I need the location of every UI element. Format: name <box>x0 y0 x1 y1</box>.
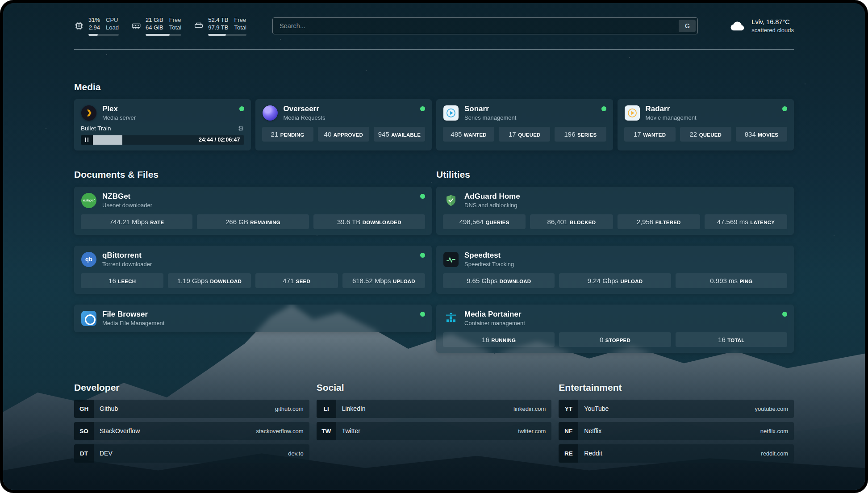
plex-subtitle: Media server <box>102 114 136 121</box>
disk-total-label: Total <box>234 24 246 32</box>
bookmark-name: StackOverflow <box>100 427 140 435</box>
stat-label: RATE <box>150 220 164 225</box>
stat-series: 196 SERIES <box>555 127 606 142</box>
stat-movies: 834 MOVIES <box>736 127 787 142</box>
disk-total-value: 97.9 TB <box>208 24 228 32</box>
filebrowser-card[interactable]: File Browser Media File Management <box>74 305 432 332</box>
cpu-load-average: 2.94 <box>89 24 100 32</box>
stat-label: FILTERED <box>655 220 681 225</box>
stat-value: 498,564 <box>459 218 484 226</box>
settings-gear-icon[interactable]: ⚙ <box>238 125 244 132</box>
playback-progress-track[interactable]: 24:44 / 02:06:47 <box>93 135 244 145</box>
stat-value: 16 <box>108 277 116 284</box>
sonarr-card[interactable]: Sonarr Series management 485 WANTED <box>436 99 613 150</box>
search-provider-button[interactable]: G <box>679 20 696 32</box>
bookmark-url: youtube.com <box>755 405 788 412</box>
cpu-label: CPU <box>106 17 119 24</box>
stat-value: 40 <box>324 130 332 138</box>
stat-rate: 744.21 Mbps RATE <box>81 214 192 229</box>
portainer-icon <box>443 310 459 326</box>
bookmark-name: Github <box>100 405 118 412</box>
nzbget-subtitle: Usenet downloader <box>102 202 152 209</box>
filebrowser-icon <box>81 311 96 326</box>
bookmark-youtube[interactable]: YT YouTube youtube.com <box>559 400 794 418</box>
memory-free-label: Free <box>169 17 181 24</box>
stat-total: 16 TOTAL <box>676 332 787 347</box>
disk-free-label: Free <box>234 17 246 24</box>
speedtest-card[interactable]: Speedtest Speedtest Tracking 9.65 Gbps D… <box>436 246 794 294</box>
stat-label: QUERIES <box>485 220 509 225</box>
radarr-card[interactable]: Radarr Movie management 17 WANTED 2 <box>618 99 794 150</box>
bookmark-twitter[interactable]: TW Twitter twitter.com <box>317 422 552 440</box>
filebrowser-subtitle: Media File Management <box>102 320 164 326</box>
stat-seed: 471 SEED <box>255 273 338 288</box>
search-input[interactable] <box>272 17 698 34</box>
radarr-icon <box>625 105 640 121</box>
sonarr-title: Sonarr <box>464 105 516 113</box>
stat-label: PING <box>739 279 752 284</box>
pause-button[interactable] <box>81 135 93 145</box>
stat-label: DOWNLOADED <box>363 220 401 225</box>
bookmark-abbr: DT <box>74 444 94 463</box>
utilities-column: Utilities <box>436 169 794 353</box>
filebrowser-title: File Browser <box>102 310 164 318</box>
bookmark-name: LinkedIn <box>342 405 366 412</box>
stat-value: 945 <box>378 130 389 138</box>
weather-location: Lviv, 16.87°C <box>751 18 794 27</box>
bookmark-name: Netflix <box>584 427 601 435</box>
bookmark-stackoverflow[interactable]: SO StackOverflow stackoverflow.com <box>74 422 309 440</box>
portainer-card[interactable]: Media Portainer Container management 16 … <box>436 305 794 353</box>
stat-value: 9.65 Gbps <box>467 277 497 284</box>
stat-label: DOWNLOAD <box>210 279 242 284</box>
stat-wanted: 485 WANTED <box>443 127 494 142</box>
bookmark-github[interactable]: GH Github github.com <box>74 400 309 418</box>
cloud-icon <box>729 17 746 34</box>
qbittorrent-card[interactable]: qb qBittorrent Torrent downloader 16 <box>74 246 432 294</box>
overseerr-status-dot <box>420 106 425 111</box>
bookmark-reddit[interactable]: RE Reddit reddit.com <box>559 444 794 463</box>
stat-label: AVAILABLE <box>391 132 421 138</box>
stat-downloaded: 39.6 TB DOWNLOADED <box>313 214 425 229</box>
dashboard-screen: 31% 2.94 CPU Load <box>3 3 865 490</box>
bookmark-abbr: LI <box>317 400 336 418</box>
portainer-status-dot <box>782 312 787 317</box>
bookmark-netflix[interactable]: NF Netflix netflix.com <box>559 422 794 440</box>
bookmark-url: dev.to <box>288 450 303 457</box>
disk-usage-bar <box>208 34 246 36</box>
nzbget-icon: nzbget <box>81 193 96 208</box>
qbittorrent-subtitle: Torrent downloader <box>102 261 152 267</box>
stat-label: WANTED <box>464 132 487 138</box>
documents-section-title: Documents & Files <box>74 169 432 180</box>
stat-value: 0.993 ms <box>710 277 738 284</box>
stat-label: LEECH <box>118 279 136 284</box>
nzbget-status-dot <box>420 194 425 199</box>
bookmark-linkedin[interactable]: LI LinkedIn linkedin.com <box>317 400 552 418</box>
stat-label: UPLOAD <box>393 279 415 284</box>
bookmark-url: stackoverflow.com <box>256 428 303 435</box>
plex-card[interactable]: Plex Media server Bullet Train ⚙ <box>74 99 251 150</box>
overseerr-card[interactable]: Overseerr Media Requests 21 PENDING <box>255 99 432 150</box>
bookmark-abbr: TW <box>317 422 336 440</box>
disk-icon <box>194 21 204 31</box>
memory-total-value: 64 GiB <box>146 24 163 32</box>
overseerr-icon <box>263 105 278 121</box>
stat-value: 21 <box>271 130 279 138</box>
stat-label: LATENCY <box>750 220 775 225</box>
social-bookmarks: Social LI LinkedIn linkedin.com TW Twitt… <box>317 382 552 463</box>
playback-time: 24:44 / 02:06:47 <box>199 137 240 143</box>
adguard-card[interactable]: AdGuard Home DNS and adblocking 498,564 … <box>436 187 794 235</box>
nzbget-card[interactable]: nzbget NZBGet Usenet downloader 744.21 M… <box>74 187 432 235</box>
stat-remaining: 266 GB REMAINING <box>197 214 309 229</box>
stat-value: 744.21 Mbps <box>109 218 148 226</box>
stat-label: UPLOAD <box>620 279 643 284</box>
stat-label: SEED <box>296 279 310 284</box>
entertainment-bookmarks: Entertainment YT YouTube youtube.com NF … <box>559 382 794 463</box>
radarr-subtitle: Movie management <box>646 114 697 121</box>
documents-column: Documents & Files nzbget NZBGet Usenet d… <box>74 169 432 353</box>
cpu-icon <box>74 21 84 31</box>
stat-leech: 16 LEECH <box>81 273 163 288</box>
stat-label: WANTED <box>643 132 666 138</box>
stat-label: APPROVED <box>334 132 363 138</box>
bookmark-dev[interactable]: DT DEV dev.to <box>74 444 309 463</box>
stat-value: 0 <box>600 336 603 343</box>
